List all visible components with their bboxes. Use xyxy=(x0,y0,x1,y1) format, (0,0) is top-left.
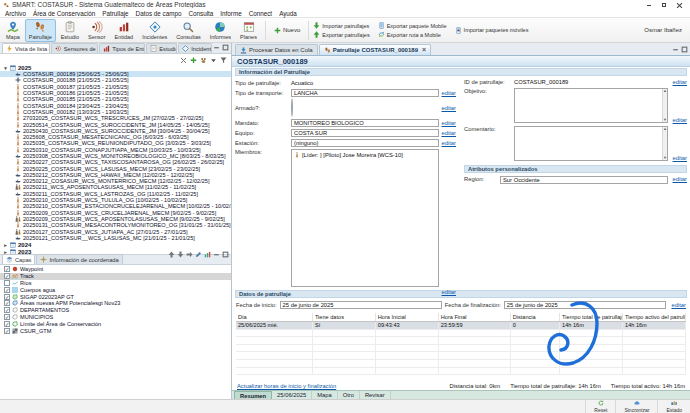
tab-estudios[interactable]: Estudios xyxy=(146,43,177,53)
toolbar-sensor-button[interactable]: Sensor xyxy=(84,19,109,42)
layer-cuerpos-agua[interactable]: ✓Cuerpos agua xyxy=(0,286,231,293)
action-exportar-paquete-mobile[interactable]: Exportar paquete Mobile xyxy=(378,22,447,29)
column-header-tiene-datos[interactable]: Tiene datos xyxy=(312,313,375,322)
editar-link[interactable]: editar xyxy=(439,105,456,111)
layer-sigap-022023ap-gt[interactable]: ✓SIGAP 022023AP GT xyxy=(0,293,231,300)
tree-item[interactable]: 20250227_COSTASUR_WCS_TAXISCOSANTAROSA_O… xyxy=(0,159,231,165)
layer-checkbox[interactable]: ✓ xyxy=(4,300,10,306)
tree-item[interactable]: 20250225_COSTASUR_WCS_LASUSAS_MECM [23/0… xyxy=(0,165,231,171)
layers-toolbar-maximize-pane-icon[interactable] xyxy=(222,244,229,262)
caret-down-icon[interactable]: ▾ xyxy=(3,65,8,71)
tree-item[interactable]: 27032025_COSTASUR_WCS_TRESCRUCES_JM [27/… xyxy=(0,115,231,121)
layer-checkbox[interactable]: ✓ xyxy=(4,294,10,300)
layer-r-os[interactable]: Ríos xyxy=(0,280,231,287)
scroll-down-icon[interactable]: ▼ xyxy=(663,118,667,122)
tree-item[interactable]: 20250310_COSTASUR_CONAPJUTIAPA_MECM [10/… xyxy=(0,147,231,153)
close-tab-icon[interactable]: × xyxy=(422,47,426,53)
toolbar-incidentes-button[interactable]: Incidentes xyxy=(138,19,171,42)
table-row[interactable]: 25/06/2025 mié.Sí09:43:4323:59:59014h 16… xyxy=(236,322,686,330)
editar-link[interactable]: editar xyxy=(439,90,456,96)
menu-consulta[interactable]: Consulta xyxy=(185,10,216,17)
maximize-button[interactable] xyxy=(661,2,667,8)
comment-textarea[interactable]: ▲▼ xyxy=(514,126,668,161)
close-button[interactable] xyxy=(676,2,682,8)
layer-checkbox[interactable]: ✓ xyxy=(4,321,10,327)
editar-link[interactable]: editar xyxy=(670,79,687,85)
member-entry[interactable]: [Líder: ] [Piloto] Jose Moreira [WCS-10] xyxy=(294,152,436,158)
toolbar-mapa-button[interactable]: Mapa xyxy=(2,19,24,42)
editar-link[interactable]: editar xyxy=(670,155,687,161)
region-input[interactable]: Sur Occidente xyxy=(500,176,668,184)
menu-ayuda[interactable]: Ayuda xyxy=(276,10,300,17)
tree-item[interactable]: 20250211_COSTASUR_WCS_LASTROZAS_OG [11/0… xyxy=(0,191,231,197)
bottom-tab-resumen[interactable]: Resumen xyxy=(234,391,272,399)
tree-item[interactable]: 20250209_COSTASUR_WCS_CRUCELJARENAL_MECM… xyxy=(0,210,231,216)
bottom-tab-25-06-2025[interactable]: 25/06/2025 xyxy=(272,391,312,399)
layer-track[interactable]: ✓Track xyxy=(0,273,231,280)
action-exportar-ruta-a-mobile[interactable]: Exportar ruta a Mobile xyxy=(378,31,447,38)
tree-item[interactable]: 20250131_COSTASUR_MESACONTROLYMONITOREO_… xyxy=(0,222,231,228)
tab-patrullaje-costasur-000189[interactable]: Patrullaje COSTASUR_000189× xyxy=(319,44,431,55)
tree-item[interactable]: 20250212_COSASUR_WCS_MONTERRICO_MECM [12… xyxy=(0,178,231,184)
layers-toolbar-down-arrow-icon[interactable] xyxy=(177,244,184,262)
toolbar-planes-button[interactable]: Planes xyxy=(236,19,261,42)
scroll-down-icon[interactable]: ▼ xyxy=(663,156,667,160)
action-importar-paquetes-m-viles[interactable]: Importar paquetes móviles xyxy=(455,27,529,34)
column-header-hora-inicial[interactable]: Hora Inicial xyxy=(375,313,438,322)
statusbar-reset[interactable]: Reset xyxy=(585,400,615,413)
layers-toolbar-minimize-pane-icon[interactable] xyxy=(213,244,220,262)
toolbar-estudio-button[interactable]: Estudio xyxy=(57,19,83,42)
editar-link[interactable]: editar xyxy=(439,289,456,295)
editar-link[interactable]: editar xyxy=(439,140,456,146)
members-box[interactable]: [Líder: ] [Piloto] Jose Moreira [WCS-10] xyxy=(291,149,439,287)
toolbar-informes-button[interactable]: Informes xyxy=(206,19,235,42)
column-header-tiempo-activo-del-patrullaje[interactable]: Tiempo activo del patrullaje xyxy=(623,313,686,322)
layer-checkbox[interactable] xyxy=(4,280,10,286)
editar-link[interactable]: editar xyxy=(670,117,687,123)
tab-vista-de-lista-de[interactable]: Vista de lista de... xyxy=(2,43,50,53)
end-date-input[interactable]: 25 de junio de 2025 xyxy=(504,301,666,309)
column-header-hora-final[interactable]: Hora Final xyxy=(438,313,510,322)
action-exportar-patrullajes[interactable]: Exportar patrullajes xyxy=(313,31,369,38)
layer-checkbox[interactable]: ✓ xyxy=(4,328,10,334)
layer-waypoint[interactable]: ✓Waypoint xyxy=(0,266,231,273)
minimize-button[interactable] xyxy=(646,2,652,8)
layer-checkbox[interactable]: ✓ xyxy=(4,307,10,313)
layers-toolbar-edit-layer-icon[interactable] xyxy=(195,244,202,262)
start-date-input[interactable]: 25 de junio de 2025 xyxy=(280,301,442,309)
tree-item[interactable]: 20250210_COSTASUR_ESTACIONCRUCELEJARENAL… xyxy=(0,203,231,209)
layer-municipios[interactable]: ✓MUNICIPIOS xyxy=(0,314,231,321)
column-header-d-a[interactable]: Día xyxy=(236,313,312,322)
layer-checkbox[interactable]: ✓ xyxy=(4,266,10,272)
armed-checkbox[interactable] xyxy=(291,98,293,117)
layer-csur-gtm[interactable]: ✓CSUR_GTM xyxy=(0,327,231,334)
menu-connect[interactable]: Connect xyxy=(246,10,275,17)
column-header-distancia[interactable]: Distancia xyxy=(510,313,559,322)
tree-item[interactable]: 20250514_COSTASUR_WCS_SUROCCIDENTE_JM [1… xyxy=(0,121,231,127)
tree-item[interactable]: 2025035_COSTASUR_WCS_REUNIONDIPUTADO_OG … xyxy=(0,140,231,146)
tab-tipos-de-entidad[interactable]: Tipos de Entidad xyxy=(99,43,145,53)
column-header-tiempo-total-de-patrullaje[interactable]: Tiempo total de patrullaje xyxy=(560,313,623,322)
update-times-link[interactable]: Actualizar horas de inicio y finalizació… xyxy=(237,383,336,389)
menu-informe[interactable]: Informe xyxy=(217,10,244,17)
field-input[interactable]: LANCHA xyxy=(291,89,439,97)
layer-l-mite-del-rea-de-conservaci-n[interactable]: ✓Límite del Área de Conservación xyxy=(0,320,231,327)
field-input[interactable]: MONITOREO BIOLOGICO xyxy=(291,119,439,127)
statusbar-sincronizar[interactable]: Sincronizar xyxy=(615,400,657,413)
editar-link[interactable]: editar xyxy=(439,130,456,136)
scroll-up-icon[interactable]: ▲ xyxy=(663,89,667,93)
tree-item[interactable]: 20250209_COSTASUR_WCS_APOSENTOLASUSAS_ME… xyxy=(0,216,231,222)
field-input[interactable]: COSTA SUR xyxy=(291,129,439,137)
toolbar-entidad-button[interactable]: Entidad xyxy=(111,19,138,42)
toolbar-patrullaje-button[interactable]: Patrullaje xyxy=(25,19,56,42)
layer-checkbox[interactable]: ✓ xyxy=(4,314,10,320)
tab-informaci-n-de-coordenada[interactable]: Información de coordenada xyxy=(36,254,122,264)
statusbar-estado[interactable]: Estado xyxy=(657,400,690,413)
caret-right-icon[interactable]: ▸ xyxy=(3,242,8,248)
objective-textarea[interactable]: ▲▼ xyxy=(514,88,668,123)
layers-toolbar-chart-small-icon[interactable] xyxy=(204,244,211,262)
layer-departamentos[interactable]: ✓DEPARTAMENTOS xyxy=(0,307,231,314)
tab-capas[interactable]: Capas xyxy=(2,254,35,264)
bottom-tab-revisar[interactable]: Revisar xyxy=(360,391,391,399)
layers-toolbar-forward-arrow-icon[interactable] xyxy=(186,244,193,262)
